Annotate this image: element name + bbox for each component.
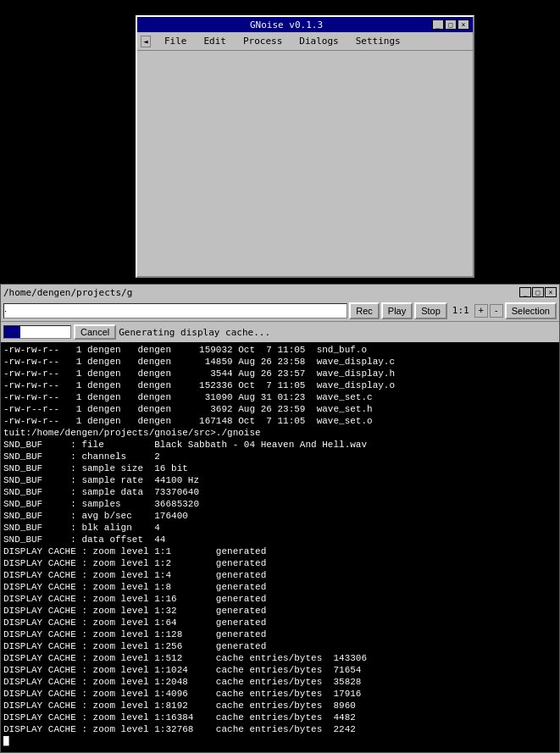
gnoise-title-text: GNoise v0.1.3 <box>141 19 432 30</box>
gnoise-maximize-button[interactable]: □ <box>445 19 457 30</box>
cancel-button[interactable]: Cancel <box>74 324 116 340</box>
display-cache-2: DISPLAY CACHE : zoom level 1:4 generated <box>3 570 266 580</box>
gnoise-menu-arrow[interactable]: ◄ <box>141 36 151 47</box>
terminal-titlebar-buttons: _ □ × <box>519 287 557 297</box>
menu-file[interactable]: File <box>161 34 191 48</box>
terminal-titlebar: /home/dengen/projects/g _ □ × <box>1 285 559 300</box>
display-cache-14: DISPLAY CACHE : zoom level 1:16384 cache… <box>3 712 356 723</box>
display-cache-15: DISPLAY CACHE : zoom level 1:32768 cache… <box>3 724 356 734</box>
snd-info-1: SND_BUF : channels 2 <box>3 451 160 462</box>
snd-info-8: SND_BUF : data offset 44 <box>3 534 165 545</box>
file-listing-line: -rw-rw-r-- 1 dengen dengen 14859 Aug 26 … <box>3 357 395 367</box>
rec-button[interactable]: Rec <box>349 302 380 319</box>
snd-info-6: SND_BUF : avg b/sec 176400 <box>3 511 188 521</box>
terminal-title-text: /home/dengen/projects/g <box>3 287 132 298</box>
file-listing-line: -rw-rw-r-- 1 dengen dengen 159032 Oct 7 … <box>3 345 367 355</box>
player-position-input[interactable] <box>3 303 347 318</box>
snd-info-3: SND_BUF : sample rate 44100 Hz <box>3 475 199 485</box>
terminal-minimize-button[interactable]: _ <box>519 287 531 297</box>
gnoise-titlebar-buttons: _ □ × <box>432 19 469 30</box>
menu-dialogs[interactable]: Dialogs <box>296 34 341 48</box>
gnoise-window: GNoise v0.1.3 _ □ × ◄ File Edit Process … <box>136 15 474 278</box>
display-cache-11: DISPLAY CACHE : zoom level 1:2048 cache … <box>3 677 361 687</box>
display-cache-9: DISPLAY CACHE : zoom level 1:512 cache e… <box>3 653 367 663</box>
terminal-close-button[interactable]: × <box>545 287 557 297</box>
menu-process[interactable]: Process <box>240 34 286 48</box>
terminal-window: /home/dengen/projects/g _ □ × Rec Play S… <box>0 284 560 753</box>
display-cache-4: DISPLAY CACHE : zoom level 1:16 generate… <box>3 594 266 604</box>
progress-bar-container: 24 % <box>3 325 71 339</box>
display-cache-6: DISPLAY CACHE : zoom level 1:64 generate… <box>3 617 266 628</box>
gnoise-menubar: ◄ File Edit Process Dialogs Settings <box>137 32 473 51</box>
display-cache-13: DISPLAY CACHE : zoom level 1:8192 cache … <box>3 700 356 711</box>
gnoise-minimize-button[interactable]: _ <box>432 19 444 30</box>
snd-info-4: SND_BUF : sample data 73370640 <box>3 487 199 497</box>
display-cache-3: DISPLAY CACHE : zoom level 1:8 generated <box>3 582 266 592</box>
file-listing-line: -rw-r--r-- 1 dengen dengen 3692 Aug 26 2… <box>3 404 373 414</box>
menu-settings[interactable]: Settings <box>352 34 404 48</box>
progress-bar-text: 24 % <box>4 326 70 340</box>
gnoise-close-button[interactable]: × <box>457 19 469 30</box>
snd-info-2: SND_BUF : sample size 16 bit <box>3 463 188 473</box>
player-toolbar: Rec Play Stop 1:1 + - Selection <box>1 300 559 322</box>
file-listing-line: -rw-rw-r-- 1 dengen dengen 3544 Aug 26 2… <box>3 368 395 379</box>
file-listing-line: -rw-rw-r-- 1 dengen dengen 167148 Oct 7 … <box>3 416 373 426</box>
zoom-level-display: 1:1 <box>449 305 473 316</box>
file-listing-line: -rw-rw-r-- 1 dengen dengen 31090 Aug 31 … <box>3 392 373 402</box>
zoom-in-button[interactable]: + <box>474 304 488 318</box>
progress-bar-row: 24 % Cancel Generating display cache... <box>1 322 559 342</box>
display-cache-8: DISPLAY CACHE : zoom level 1:256 generat… <box>3 641 266 651</box>
display-cache-10: DISPLAY CACHE : zoom level 1:1024 cache … <box>3 665 361 675</box>
gnoise-content-area <box>137 51 473 276</box>
snd-info-5: SND_BUF : samples 36685320 <box>3 499 199 509</box>
display-cache-7: DISPLAY CACHE : zoom level 1:128 generat… <box>3 629 266 639</box>
terminal-file-listing: -rw-rw-r-- 1 dengen dengen 159032 Oct 7 … <box>1 342 559 749</box>
command-line: tuit:/home/dengen/projects/gnoise/src>./… <box>3 428 261 438</box>
file-listing-line: -rw-rw-r-- 1 dengen dengen 152336 Oct 7 … <box>3 380 395 390</box>
status-text: Generating display cache... <box>119 327 270 338</box>
snd-info-0: SND_BUF : file Black Sabbath - 04 Heaven… <box>3 440 367 450</box>
display-cache-12: DISPLAY CACHE : zoom level 1:4096 cache … <box>3 689 361 699</box>
display-cache-0: DISPLAY CACHE : zoom level 1:1 generated <box>3 546 266 556</box>
menu-edit[interactable]: Edit <box>201 34 230 48</box>
display-cache-1: DISPLAY CACHE : zoom level 1:2 generated <box>3 558 266 568</box>
terminal-maximize-button[interactable]: □ <box>532 287 544 297</box>
play-button[interactable]: Play <box>381 302 413 319</box>
selection-button[interactable]: Selection <box>505 302 557 319</box>
snd-info-7: SND_BUF : blk align 4 <box>3 523 160 533</box>
display-cache-5: DISPLAY CACHE : zoom level 1:32 generate… <box>3 606 266 616</box>
stop-button[interactable]: Stop <box>414 302 447 319</box>
zoom-out-button[interactable]: - <box>490 304 503 318</box>
gnoise-titlebar: GNoise v0.1.3 _ □ × <box>137 17 473 32</box>
terminal-cursor: █ <box>3 736 9 746</box>
